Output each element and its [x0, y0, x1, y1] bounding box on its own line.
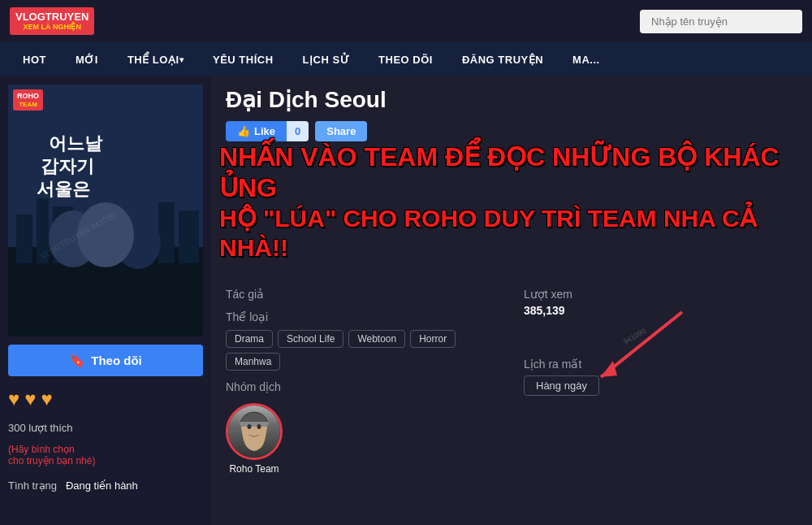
like-button[interactable]: 👍 Like: [226, 121, 287, 141]
svg-text:갑자기: 갑자기: [41, 156, 94, 176]
action-row: 👍 Like 0 Share: [226, 121, 797, 141]
tac-gia-row: Tác giả: [226, 288, 499, 301]
nav-moi[interactable]: MỚI: [61, 42, 113, 76]
vote-hint: (Hãy bình chọn cho truyện bạn nhé): [8, 444, 203, 466]
logo-sub: XEM LÀ NGHIỆN: [15, 23, 89, 32]
nav-the-loai[interactable]: THỂ LOẠI: [113, 42, 198, 76]
tinh-trang-value: Đang tiến hành: [66, 479, 138, 492]
lich-ra-mat-row: Lịch ra mất Hàng ngày: [524, 358, 797, 396]
tinh-trang-label: Tình trạng: [8, 479, 57, 492]
bookmark-icon: 🔖: [69, 353, 85, 368]
overlay-line2: HỘ "LÚA" CHO ROHO DUY TRÌ TEAM NHA CẢ NH…: [219, 204, 804, 262]
content-area: Đại Dịch Seoul 👍 Like 0 Share NHẤN VÀO T…: [211, 76, 812, 525]
lich-ra-mat-label: Lịch ra mất: [524, 358, 797, 371]
info-table: Tác giả Thể loại Drama School Life Webto…: [226, 288, 797, 475]
logo-main: VLOGTRUYEN: [15, 11, 89, 23]
navigation: HOT MỚI THỂ LOẠI YÊU THÍCH LỊCH SỬ THEO …: [0, 42, 812, 76]
translator-item[interactable]: Roho Team: [226, 403, 283, 475]
luot-xem-value: 385,139: [524, 304, 797, 317]
svg-point-17: [257, 424, 261, 429]
share-button[interactable]: Share: [315, 121, 367, 141]
nav-dang-truyen[interactable]: ĐĂNG TRUYỆN: [447, 42, 558, 76]
logo[interactable]: VLOGTRUYEN XEM LÀ NGHIỆN: [10, 7, 94, 35]
thumbs-up-icon: 👍: [237, 125, 250, 137]
follow-label: Theo dõi: [91, 354, 142, 367]
follow-button[interactable]: 🔖 Theo dõi: [8, 345, 203, 376]
status-row: Tình trạng Đang tiến hành: [8, 479, 203, 492]
heart-2[interactable]: ♥: [24, 388, 36, 410]
svg-rect-2: [16, 215, 32, 263]
tag-drama[interactable]: Drama: [226, 330, 273, 348]
nav-theo-doi[interactable]: THEO DÕI: [364, 42, 447, 76]
svg-rect-5: [158, 202, 175, 263]
translator-name: Roho Team: [229, 463, 279, 475]
the-loai-label: Thể loại: [226, 310, 499, 323]
like-label: Like: [254, 125, 275, 137]
tag-horror[interactable]: Horror: [410, 330, 456, 348]
main-content: 어느날 갑자기 서울은 VLOGTRUYEN 941090 ROHOTEAM 🔖…: [0, 76, 812, 525]
logo-box: VLOGTRUYEN XEM LÀ NGHIỆN: [10, 7, 94, 35]
nav-lich-su[interactable]: LỊCH SỬ: [288, 42, 365, 76]
sidebar: 어느날 갑자기 서울은 VLOGTRUYEN 941090 ROHOTEAM 🔖…: [0, 76, 211, 525]
nhom-dich-label: Nhóm dịch: [226, 380, 499, 393]
manga-title: Đại Dịch Seoul: [226, 86, 797, 113]
header: VLOGTRUYEN XEM LÀ NGHIỆN: [0, 0, 812, 42]
nav-more[interactable]: MA...: [558, 42, 615, 76]
luot-xem-row: Lượt xem 385,139: [524, 288, 797, 317]
search-input[interactable]: [640, 10, 802, 33]
overlay-line1: NHẤN VÀO TEAM ĐỂ ĐỌC NHỮNG BỘ KHÁC ỦNG: [219, 141, 804, 204]
hang-ngay-button[interactable]: Hàng ngày: [524, 375, 599, 396]
tag-webtoon[interactable]: Webtoon: [348, 330, 405, 348]
tag-school-life[interactable]: School Life: [278, 330, 343, 348]
like-count-button: 0: [287, 121, 309, 141]
the-loai-row: Thể loại Drama School Life Webtoon Horro…: [226, 310, 499, 371]
translator-avatar: [226, 403, 283, 460]
cover-image: 어느날 갑자기 서울은 VLOGTRUYEN 941090 ROHOTEAM: [8, 85, 203, 336]
nav-yeu-thich[interactable]: YÊU THÍCH: [198, 42, 288, 76]
svg-point-16: [248, 424, 252, 429]
like-wrap: 👍 Like 0: [226, 121, 309, 141]
cover-badge: ROHOTEAM: [13, 89, 43, 111]
nav-hot[interactable]: HOT: [8, 42, 61, 76]
nhom-dich-row: Nhóm dịch: [226, 380, 499, 475]
svg-text:서울은: 서울은: [37, 179, 90, 199]
overlay-text: NHẤN VÀO TEAM ĐỂ ĐỌC NHỮNG BỘ KHÁC ỦNG H…: [219, 141, 804, 262]
hearts-row: ♥ ♥ ♥: [8, 388, 203, 410]
heart-3[interactable]: ♥: [41, 388, 53, 410]
like-count-text: 300 lượt thích: [8, 422, 203, 434]
right-info: Lượt xem 385,139 Lịch ra mất Hàng ngày: [524, 288, 797, 475]
heart-1[interactable]: ♥: [8, 388, 19, 410]
left-info: Tác giả Thể loại Drama School Life Webto…: [226, 288, 499, 475]
vote-hint-line1: (Hãy bình chọn: [8, 444, 75, 455]
tac-gia-label: Tác giả: [226, 288, 499, 301]
tags-container: Drama School Life Webtoon Horror Manhwa: [226, 330, 499, 371]
svg-text:어느날: 어느날: [49, 133, 103, 154]
vote-hint-line2: cho truyện bạn nhé): [8, 455, 95, 466]
svg-rect-6: [179, 210, 199, 263]
tag-manhwa[interactable]: Manhwa: [226, 353, 280, 371]
luot-xem-label: Lượt xem: [524, 288, 797, 301]
